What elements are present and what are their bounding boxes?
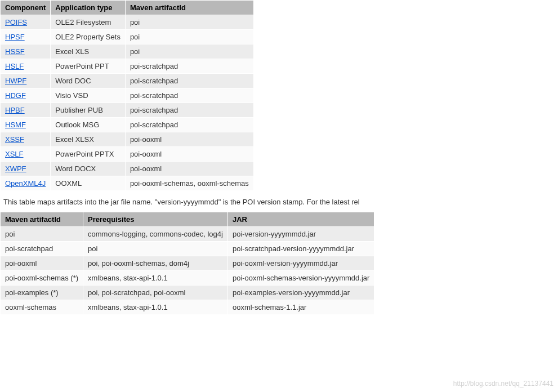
cell-application-type: OOXML <box>51 176 126 191</box>
cell-component: XSLF <box>1 147 51 162</box>
table-row: HPBFPublisher PUBpoi-scratchpad <box>1 103 254 118</box>
component-link[interactable]: XSLF <box>5 150 24 158</box>
cell-application-type: OLE2 Property Sets <box>51 30 126 44</box>
table-row: ooxml-schemasxmlbeans, stax-api-1.0.1oox… <box>1 300 374 315</box>
cell-component: XSSF <box>1 132 51 147</box>
cell-application-type: OLE2 Filesystem <box>51 15 126 30</box>
table-row: HSSFExcel XLSpoi <box>1 44 254 59</box>
cell-artifactid: poi <box>125 44 253 59</box>
cell-artifactid: poi-scratchpad <box>125 103 253 118</box>
cell-application-type: PowerPoint PPTX <box>51 147 126 162</box>
component-link[interactable]: POIFS <box>5 18 27 26</box>
cell-component: HSMF <box>1 118 51 132</box>
table-row: HPSFOLE2 Property Setspoi <box>1 30 254 44</box>
component-link[interactable]: XWPF <box>5 164 26 173</box>
col-header-component: Component <box>1 1 51 15</box>
table-row: HWPFWord DOCpoi-scratchpad <box>1 74 254 88</box>
cell-component: OpenXML4J <box>1 176 51 191</box>
cell-artifactid: poi-scratchpad <box>125 74 253 88</box>
component-link[interactable]: OpenXML4J <box>5 179 46 188</box>
col-header-application-type: Application type <box>51 1 126 15</box>
cell-jar: poi-ooxml-schemas-version-yyyymmdd.jar <box>227 271 374 286</box>
cell-application-type: Visio VSD <box>51 88 126 103</box>
table-row: XSSFExcel XLSXpoi-ooxml <box>1 132 254 147</box>
cell-application-type: Outlook MSG <box>51 118 126 132</box>
cell-application-type: Excel XLS <box>51 44 126 59</box>
cell-jar: poi-scratchpad-version-yyyymmdd.jar <box>227 242 374 256</box>
table-row: poicommons-logging, commons-codec, log4j… <box>1 227 374 242</box>
component-link[interactable]: HSSF <box>5 47 25 56</box>
cell-jar: poi-ooxml-version-yyyymmdd.jar <box>227 256 374 271</box>
cell-application-type: Word DOC <box>51 74 126 88</box>
col-header-prerequisites: Prerequisites <box>83 212 228 227</box>
component-link[interactable]: HDGF <box>5 91 26 100</box>
cell-artifactid: poi-scratchpad <box>125 59 253 74</box>
cell-prerequisites: poi <box>83 242 228 256</box>
explanatory-paragraph: This table maps artifacts into the jar f… <box>0 191 558 212</box>
cell-jar: poi-examples-version-yyyymmdd.jar <box>227 286 374 300</box>
cell-jar: poi-version-yyyymmdd.jar <box>227 227 374 242</box>
cell-component: HSLF <box>1 59 51 74</box>
table-row: HSLFPowerPoint PPTpoi-scratchpad <box>1 59 254 74</box>
col-header-jar: JAR <box>227 212 374 227</box>
cell-artifactid: ooxml-schemas <box>1 300 83 315</box>
cell-component: HPBF <box>1 103 51 118</box>
table-row: HSMFOutlook MSGpoi-scratchpad <box>1 118 254 132</box>
table-row: poi-ooxmlpoi, poi-ooxml-schemas, dom4jpo… <box>1 256 374 271</box>
watermark-text: http://blog.csdn.net/qq_21137441 <box>453 380 553 387</box>
cell-application-type: PowerPoint PPT <box>51 59 126 74</box>
table-row: poi-scratchpadpoipoi-scratchpad-version-… <box>1 242 374 256</box>
cell-component: HWPF <box>1 74 51 88</box>
cell-application-type: Excel XLSX <box>51 132 126 147</box>
table-row: poi-examples (*)poi, poi-scratchpad, poi… <box>1 286 374 300</box>
artifact-jar-table: Maven artifactId Prerequisites JAR poico… <box>0 212 374 315</box>
cell-application-type: Word DOCX <box>51 162 126 176</box>
table-row: XWPFWord DOCXpoi-ooxml <box>1 162 254 176</box>
component-link[interactable]: HPSF <box>5 33 25 41</box>
cell-artifactid: poi-ooxml <box>125 162 253 176</box>
cell-prerequisites: xmlbeans, stax-api-1.0.1 <box>83 300 228 315</box>
cell-prerequisites: xmlbeans, stax-api-1.0.1 <box>83 271 228 286</box>
cell-prerequisites: commons-logging, commons-codec, log4j <box>83 227 228 242</box>
cell-artifactid: poi <box>125 15 253 30</box>
cell-jar: ooxml-schemas-1.1.jar <box>227 300 374 315</box>
component-link[interactable]: HPBF <box>5 106 25 114</box>
cell-artifactid: poi-ooxml <box>125 147 253 162</box>
component-link[interactable]: HSLF <box>5 62 24 70</box>
cell-prerequisites: poi, poi-scratchpad, poi-ooxml <box>83 286 228 300</box>
cell-component: HDGF <box>1 88 51 103</box>
cell-component: HSSF <box>1 44 51 59</box>
cell-component: HPSF <box>1 30 51 44</box>
cell-component: POIFS <box>1 15 51 30</box>
cell-application-type: Publisher PUB <box>51 103 126 118</box>
cell-artifactid: poi-ooxml-schemas, ooxml-schemas <box>125 176 253 191</box>
table-row: HDGFVisio VSDpoi-scratchpad <box>1 88 254 103</box>
col-header-maven-artifactid: Maven artifactId <box>125 1 253 15</box>
col-header-maven-artifactid-2: Maven artifactId <box>1 212 83 227</box>
cell-artifactid: poi-scratchpad <box>1 242 83 256</box>
cell-prerequisites: poi, poi-ooxml-schemas, dom4j <box>83 256 228 271</box>
component-link[interactable]: XSSF <box>5 135 24 144</box>
cell-artifactid: poi <box>125 30 253 44</box>
cell-artifactid: poi-examples (*) <box>1 286 83 300</box>
cell-artifactid: poi-scratchpad <box>125 118 253 132</box>
cell-artifactid: poi-ooxml <box>1 256 83 271</box>
cell-component: XWPF <box>1 162 51 176</box>
cell-artifactid: poi-ooxml <box>125 132 253 147</box>
table-row: OpenXML4JOOXMLpoi-ooxml-schemas, ooxml-s… <box>1 176 254 191</box>
component-map-table: Component Application type Maven artifac… <box>0 0 254 191</box>
table-row: poi-ooxml-schemas (*)xmlbeans, stax-api-… <box>1 271 374 286</box>
component-link[interactable]: HSMF <box>5 121 26 129</box>
table-row: XSLFPowerPoint PPTXpoi-ooxml <box>1 147 254 162</box>
cell-artifactid: poi-scratchpad <box>125 88 253 103</box>
component-link[interactable]: HWPF <box>5 77 26 85</box>
cell-artifactid: poi-ooxml-schemas (*) <box>1 271 83 286</box>
cell-artifactid: poi <box>1 227 83 242</box>
table-row: POIFSOLE2 Filesystempoi <box>1 15 254 30</box>
